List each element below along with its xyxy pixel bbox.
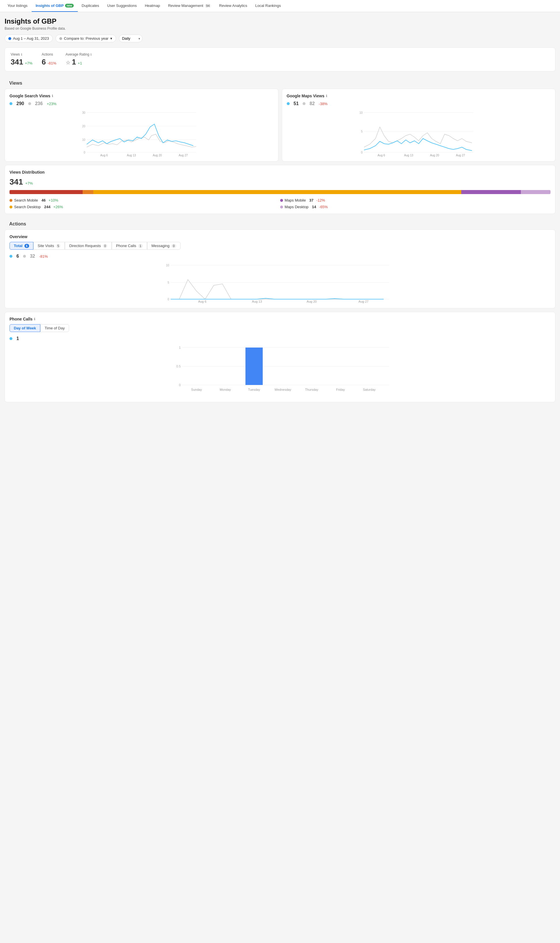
actions-overview-card: Overview Total 6 Site Visits 5 Direction… <box>5 229 555 308</box>
actions-change: -81% <box>48 61 56 65</box>
search-views-info-icon[interactable]: ℹ <box>52 94 53 98</box>
views-dist-value: 341 +7% <box>9 177 551 186</box>
search-views-legend: 290 236 +23% <box>9 101 274 106</box>
svg-text:30: 30 <box>82 111 86 114</box>
tab-time-of-day[interactable]: Time of Day <box>40 324 69 332</box>
direction-badge: 0 <box>103 244 108 248</box>
compare-filter[interactable]: Compare to: Previous year ▾ <box>55 35 116 42</box>
compare-dot <box>59 37 62 40</box>
dist-item-search-desktop: Search Desktop 244 +26% <box>9 205 280 209</box>
maps-legend-dot-prev <box>303 102 306 105</box>
rating-metric: Average Rating ℹ ☆ 1 +1 <box>66 52 92 66</box>
messaging-badge: 0 <box>171 244 176 248</box>
tab-phone-calls[interactable]: Phone Calls 1 <box>112 242 147 250</box>
chevron-down-icon: ▾ <box>110 36 112 41</box>
search-views-chart: 30 20 10 0 Aug 6 Aug 13 Aug 20 Aug 27 <box>9 110 274 156</box>
maps-views-info-icon[interactable]: ℹ <box>326 94 327 98</box>
svg-text:0: 0 <box>361 151 363 154</box>
actions-metric: Actions 6 -81% <box>42 52 57 66</box>
legend-dot-current <box>9 102 12 105</box>
svg-text:10: 10 <box>82 138 86 142</box>
svg-text:Sunday: Sunday <box>191 388 202 391</box>
phone-badge: 1 <box>138 244 143 248</box>
svg-text:Saturday: Saturday <box>363 388 376 391</box>
actions-overview-title: Overview <box>9 234 551 239</box>
main-nav: Your listings Insights of GBP new Duplic… <box>0 0 560 12</box>
phone-calls-title: Phone Calls ℹ <box>9 317 551 322</box>
nav-duplicates[interactable]: Duplicates <box>78 0 103 12</box>
nav-review-analytics[interactable]: Review Analytics <box>215 0 251 12</box>
views-distribution-card: Views Distribution 341 +7% Search Mobile… <box>5 165 555 214</box>
total-badge: 6 <box>25 244 29 248</box>
bar-sep1 <box>83 190 94 194</box>
badge-new: new <box>65 4 74 8</box>
phone-calls-legend: 1 <box>9 336 551 341</box>
page-content: Insights of GBP Based on Google Business… <box>0 12 560 411</box>
svg-text:0: 0 <box>179 383 180 387</box>
svg-text:Aug 20: Aug 20 <box>307 300 317 303</box>
svg-text:Aug 6: Aug 6 <box>377 154 385 157</box>
summary-card: Views ℹ 341 +7% Actions 6 -81% Average R… <box>5 48 555 71</box>
tab-direction-requests[interactable]: Direction Requests 0 <box>65 242 112 250</box>
svg-text:5: 5 <box>168 281 169 284</box>
svg-text:0: 0 <box>84 151 86 154</box>
bar-tuesday <box>246 348 263 385</box>
period-select[interactable]: Daily Weekly Monthly <box>119 35 143 42</box>
nav-local-rankings[interactable]: Local Rankings <box>251 0 285 12</box>
site-visits-badge: 5 <box>56 244 60 248</box>
tab-messaging[interactable]: Messaging 0 <box>147 242 180 250</box>
views-dist-change: +7% <box>25 181 33 185</box>
svg-text:Wednesday: Wednesday <box>275 388 291 391</box>
nav-your-listings[interactable]: Your listings <box>3 0 32 12</box>
actions-legend: 6 32 -81% <box>9 254 551 259</box>
phone-calls-info-icon[interactable]: ℹ <box>34 317 35 321</box>
phone-calls-dot <box>9 337 12 340</box>
views-change: +7% <box>25 61 32 65</box>
tab-day-of-week[interactable]: Day of Week <box>9 324 40 332</box>
maps-desktop-dot <box>280 206 283 208</box>
svg-text:Aug 6: Aug 6 <box>100 154 108 157</box>
svg-text:Friday: Friday <box>336 388 345 391</box>
filters-row: Aug 1 – Aug 31, 2023 Compare to: Previou… <box>5 35 555 42</box>
svg-text:Aug 27: Aug 27 <box>358 300 369 303</box>
search-views-change: +23% <box>47 102 57 106</box>
rating-info-icon[interactable]: ℹ <box>91 53 92 57</box>
chart-row-views: Google Search Views ℹ 290 236 +23% 30 20… <box>5 89 555 162</box>
svg-text:20: 20 <box>82 125 86 128</box>
views-dist-title: Views Distribution <box>9 170 551 174</box>
svg-text:Thursday: Thursday <box>305 388 318 391</box>
dist-item-maps-mobile: Maps Mobile 37 -12% <box>280 198 551 202</box>
svg-text:Aug 27: Aug 27 <box>178 154 188 157</box>
svg-text:Aug 13: Aug 13 <box>127 154 136 157</box>
views-info-icon[interactable]: ℹ <box>21 53 22 57</box>
nav-user-suggestions[interactable]: User Suggestions <box>103 0 141 12</box>
page-subtitle: Based on Google Business Profile data. <box>5 26 555 31</box>
nav-review-management[interactable]: Review Management 94 <box>164 0 215 12</box>
views-metric: Views ℹ 341 +7% <box>11 52 32 66</box>
svg-text:5: 5 <box>361 130 363 133</box>
review-count-badge: 94 <box>205 4 211 8</box>
svg-text:10: 10 <box>359 111 363 114</box>
actions-chart: 10 5 0 Aug 6 Aug 13 Aug 20 Aug 27 <box>9 262 551 303</box>
tab-total[interactable]: Total 6 <box>9 242 34 250</box>
maps-legend-dot-current <box>287 102 290 105</box>
actions-tabs: Total 6 Site Visits 5 Direction Requests… <box>9 242 551 250</box>
date-range-filter[interactable]: Aug 1 – Aug 31, 2023 <box>5 35 53 42</box>
bar-search-desktop <box>93 190 461 194</box>
maps-mobile-dot <box>280 199 283 202</box>
actions-legend-dot-prev <box>23 255 26 258</box>
svg-text:Aug 6: Aug 6 <box>198 300 206 303</box>
maps-views-legend: 51 82 -38% <box>287 101 551 106</box>
views-dist-bar <box>9 190 551 194</box>
svg-text:Aug 20: Aug 20 <box>430 154 439 157</box>
nav-heatmap[interactable]: Heatmap <box>141 0 164 12</box>
dist-item-maps-desktop: Maps Desktop 14 -65% <box>280 205 551 209</box>
rating-change: +1 <box>78 61 82 65</box>
nav-insights-gbp[interactable]: Insights of GBP new <box>32 0 78 12</box>
period-select-wrap: Daily Weekly Monthly <box>119 35 143 42</box>
phone-calls-card: Phone Calls ℹ Day of Week Time of Day 1 … <box>5 312 555 402</box>
actions-legend-dot-current <box>9 255 12 258</box>
bar-search-mobile-dark <box>9 190 83 194</box>
tab-site-visits[interactable]: Site Visits 5 <box>34 242 65 250</box>
bar-maps-desktop <box>521 190 551 194</box>
